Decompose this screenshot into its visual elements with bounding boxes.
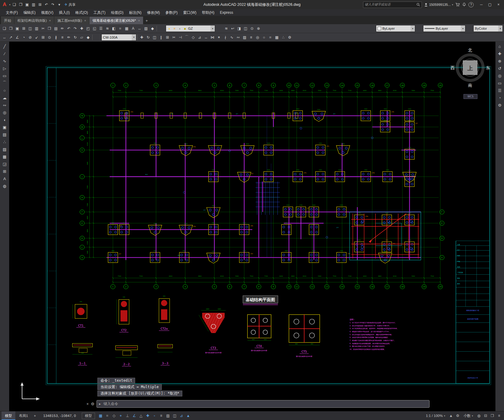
- layer-freeze-sun-icon[interactable]: ☀: [172, 27, 176, 30]
- tab-close-icon[interactable]: ×: [84, 19, 86, 22]
- zoom-window-icon[interactable]: ◰: [85, 25, 91, 32]
- layer-combo-caret-icon[interactable]: ▾: [210, 25, 215, 32]
- layer-states-icon[interactable]: ≋: [223, 25, 229, 32]
- construction-line-icon[interactable]: ∕: [1, 50, 9, 57]
- customize-icon[interactable]: ≡: [496, 412, 502, 419]
- edit-spline-icon[interactable]: ∾: [235, 34, 241, 41]
- save-as-icon[interactable]: ▥: [30, 1, 37, 8]
- lineweight-icon[interactable]: ≡: [158, 412, 165, 419]
- menu-item-2[interactable]: 视图(V): [38, 9, 56, 16]
- maximize-button[interactable]: ▢: [486, 0, 494, 9]
- match-layer-icon[interactable]: ⊕: [255, 25, 262, 32]
- ellipse-arc-icon[interactable]: ◖: [1, 116, 9, 123]
- layout1-tab[interactable]: 布局1: [16, 411, 31, 420]
- command-settings-icon[interactable]: ⚙: [91, 402, 95, 406]
- zoom-extents-icon[interactable]: ◔: [496, 94, 504, 101]
- leader-icon[interactable]: ↙: [33, 34, 40, 41]
- point-style-icon[interactable]: ∴: [280, 34, 286, 41]
- menu-item-8[interactable]: 修改(M): [144, 9, 163, 16]
- new-tab-button[interactable]: +: [143, 17, 150, 24]
- infer-constraints-icon[interactable]: ◇: [111, 412, 117, 419]
- tab-close-icon[interactable]: ×: [49, 19, 51, 22]
- menu-item-7[interactable]: 标注(N): [126, 9, 144, 16]
- cart-icon[interactable]: [455, 2, 460, 7]
- dynamic-input-icon[interactable]: ⌖: [117, 412, 124, 419]
- plotstyle-combo[interactable]: ByColor▾: [473, 25, 503, 32]
- pan-icon[interactable]: ✚: [496, 50, 504, 57]
- drawing-canvas[interactable]: 会签设计校对审核批准工程名称图名图号镇海基础修改工程基础结构平面图镇海基础修改工…: [9, 42, 495, 411]
- menu-item-5[interactable]: 工具(T): [91, 9, 108, 16]
- center-mark-icon[interactable]: ⊙: [46, 34, 53, 41]
- layer-previous-icon[interactable]: ↩: [229, 25, 236, 32]
- draw-settings-icon[interactable]: ⚙: [286, 34, 293, 41]
- polyline-icon[interactable]: ∿: [1, 57, 9, 65]
- properties-icon[interactable]: ☰: [98, 25, 104, 32]
- align-icon[interactable]: ≡: [248, 34, 254, 41]
- paste-icon[interactable]: ▤: [53, 25, 59, 32]
- ungroup-icon[interactable]: ○: [261, 34, 267, 41]
- open-icon[interactable]: ❐: [8, 25, 14, 32]
- text-icon[interactable]: A: [130, 25, 136, 32]
- grid-display-icon[interactable]: ▦: [97, 412, 104, 419]
- menu-item-6[interactable]: 绘图(D): [108, 9, 126, 16]
- insert-block-icon[interactable]: ▣: [1, 123, 9, 131]
- quick-dim-icon[interactable]: ▱: [78, 34, 85, 41]
- undo-icon[interactable]: ↶: [43, 1, 50, 8]
- dim-update-icon[interactable]: ↻: [72, 34, 78, 41]
- create-block-icon[interactable]: ▤: [1, 131, 9, 138]
- new-layout-button[interactable]: +: [32, 411, 38, 420]
- linetype-combo[interactable]: ByLayer▾: [423, 25, 465, 32]
- layer-bulb-icon[interactable]: ●: [167, 27, 171, 30]
- color-combo[interactable]: ByLayer▾: [376, 25, 415, 32]
- edit-hatch-icon[interactable]: ▨: [241, 34, 248, 41]
- redo-icon[interactable]: ↷: [50, 1, 56, 8]
- command-input[interactable]: ▸ 键入命令: [97, 400, 430, 408]
- model-tab[interactable]: 模型: [2, 411, 15, 420]
- zoom-icon[interactable]: ⊕: [496, 57, 504, 65]
- layer-combo[interactable]: ●☀◖■GZ▾: [166, 25, 215, 32]
- dim-angular-icon[interactable]: ∠: [14, 34, 21, 41]
- tolerance-icon[interactable]: ⊞: [40, 34, 46, 41]
- layer-lock-icon[interactable]: ◖: [178, 27, 182, 30]
- region-icon[interactable]: ◲: [1, 160, 9, 168]
- color-combo-caret-icon[interactable]: ▾: [411, 25, 415, 32]
- spline-icon[interactable]: ∾: [1, 101, 9, 109]
- show-motion-icon[interactable]: ▭: [496, 79, 504, 87]
- menu-item-4[interactable]: 格式(O): [73, 9, 91, 16]
- pan-icon[interactable]: ✚: [78, 25, 85, 32]
- tab-close-icon[interactable]: ×: [138, 19, 140, 22]
- erase-icon[interactable]: ◆: [149, 25, 156, 32]
- polar-tracking-icon[interactable]: ∠: [131, 412, 138, 419]
- open-file-icon[interactable]: ❐: [17, 1, 24, 8]
- snap-mode-icon[interactable]: ⌗: [104, 412, 111, 419]
- viewcube-home-icon[interactable]: ⌂: [496, 43, 504, 50]
- nav-settings-icon[interactable]: ⚙: [496, 101, 504, 109]
- extend-icon[interactable]: ⊣: [177, 34, 184, 41]
- dim-diameter-icon[interactable]: ⊘: [27, 34, 33, 41]
- redo-icon[interactable]: ↷: [72, 25, 78, 32]
- annotation-scale-dropdown[interactable]: 1:1 / 100% ▾: [424, 414, 447, 418]
- dim-linear-icon[interactable]: ↔: [1, 34, 8, 41]
- hatch-icon[interactable]: ▨: [1, 146, 9, 153]
- menu-item-1[interactable]: 编辑(E): [21, 9, 38, 16]
- gradient-icon[interactable]: ▩: [1, 153, 9, 160]
- menu-item-0[interactable]: 文件(F): [3, 9, 21, 16]
- cut-icon[interactable]: ✂: [40, 25, 46, 32]
- nav-menu-icon[interactable]: ☰: [496, 87, 504, 94]
- object-snap-tracking-icon[interactable]: ✚: [144, 412, 151, 419]
- save-icon[interactable]: ▣: [14, 25, 21, 32]
- join-icon[interactable]: ⋈: [209, 34, 216, 41]
- transparency-icon[interactable]: ▨: [165, 412, 171, 419]
- annotation-visibility-icon[interactable]: ▲: [185, 412, 191, 419]
- close-button[interactable]: ×: [494, 0, 503, 9]
- dimension-icon[interactable]: ↔: [136, 25, 143, 32]
- menu-item-10[interactable]: 窗口(W): [180, 9, 199, 16]
- plot-icon[interactable]: ⊞: [21, 25, 27, 32]
- account-menu[interactable]: 1505999135... ▾: [424, 3, 453, 7]
- quick-calc-icon[interactable]: ▦: [274, 34, 280, 41]
- table-icon[interactable]: ⊞: [1, 168, 9, 175]
- preview-icon[interactable]: ◫: [27, 25, 33, 32]
- revision-cloud-icon[interactable]: ☁: [1, 94, 9, 101]
- search-icon[interactable]: [416, 3, 420, 6]
- object-snap-icon[interactable]: ▫: [151, 412, 158, 419]
